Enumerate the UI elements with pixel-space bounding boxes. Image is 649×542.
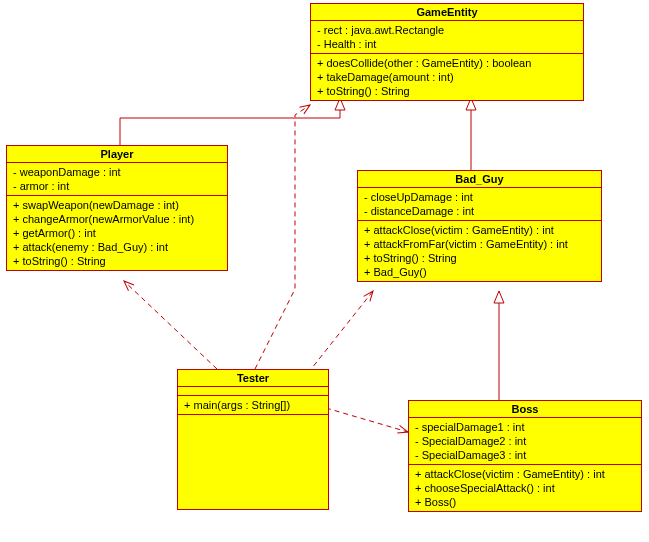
- attr: - armor : int: [13, 179, 221, 193]
- blank: [178, 415, 328, 509]
- op: + attackClose(victim : GameEntity) : int: [415, 467, 635, 481]
- attrs: - weaponDamage : int - armor : int: [7, 163, 227, 196]
- class-name: Tester: [178, 370, 328, 387]
- ops: + doesCollide(other : GameEntity) : bool…: [311, 54, 583, 100]
- op: + swapWeapon(newDamage : int): [13, 198, 221, 212]
- op: + changeArmor(newArmorValue : int): [13, 212, 221, 226]
- class-gameentity: GameEntity - rect : java.awt.Rectangle -…: [310, 3, 584, 101]
- op: + doesCollide(other : GameEntity) : bool…: [317, 56, 577, 70]
- attr: - rect : java.awt.Rectangle: [317, 23, 577, 37]
- ops: + main(args : String[]): [178, 396, 328, 415]
- class-name: Player: [7, 146, 227, 163]
- op: + attackFromFar(victim : GameEntity) : i…: [364, 237, 595, 251]
- attrs: - specialDamage1 : int - SpecialDamage2 …: [409, 418, 641, 465]
- attr: - distanceDamage : int: [364, 204, 595, 218]
- op: + toString() : String: [317, 84, 577, 98]
- class-name: GameEntity: [311, 4, 583, 21]
- attr: - SpecialDamage2 : int: [415, 434, 635, 448]
- ops: + attackClose(victim : GameEntity) : int…: [358, 221, 601, 281]
- attr: - weaponDamage : int: [13, 165, 221, 179]
- attr: - SpecialDamage3 : int: [415, 448, 635, 462]
- class-name: Bad_Guy: [358, 171, 601, 188]
- op: + chooseSpecialAttack() : int: [415, 481, 635, 495]
- attrs: - closeUpDamage : int - distanceDamage :…: [358, 188, 601, 221]
- class-tester: Tester + main(args : String[]): [177, 369, 329, 510]
- op: + Bad_Guy(): [364, 265, 595, 279]
- attrs: [178, 387, 328, 396]
- class-boss: Boss - specialDamage1 : int - SpecialDam…: [408, 400, 642, 512]
- op: + attackClose(victim : GameEntity) : int: [364, 223, 595, 237]
- op: + Boss(): [415, 495, 635, 509]
- class-name: Boss: [409, 401, 641, 418]
- op: + toString() : String: [13, 254, 221, 268]
- op: + toString() : String: [364, 251, 595, 265]
- attrs: - rect : java.awt.Rectangle - Health : i…: [311, 21, 583, 54]
- attr: - specialDamage1 : int: [415, 420, 635, 434]
- op: + attack(enemy : Bad_Guy) : int: [13, 240, 221, 254]
- op: + takeDamage(amount : int): [317, 70, 577, 84]
- ops: + attackClose(victim : GameEntity) : int…: [409, 465, 641, 511]
- attr: - Health : int: [317, 37, 577, 51]
- class-bad-guy: Bad_Guy - closeUpDamage : int - distance…: [357, 170, 602, 282]
- class-player: Player - weaponDamage : int - armor : in…: [6, 145, 228, 271]
- op: + getArmor() : int: [13, 226, 221, 240]
- op: + main(args : String[]): [184, 398, 322, 412]
- attr: - closeUpDamage : int: [364, 190, 595, 204]
- ops: + swapWeapon(newDamage : int) + changeAr…: [7, 196, 227, 270]
